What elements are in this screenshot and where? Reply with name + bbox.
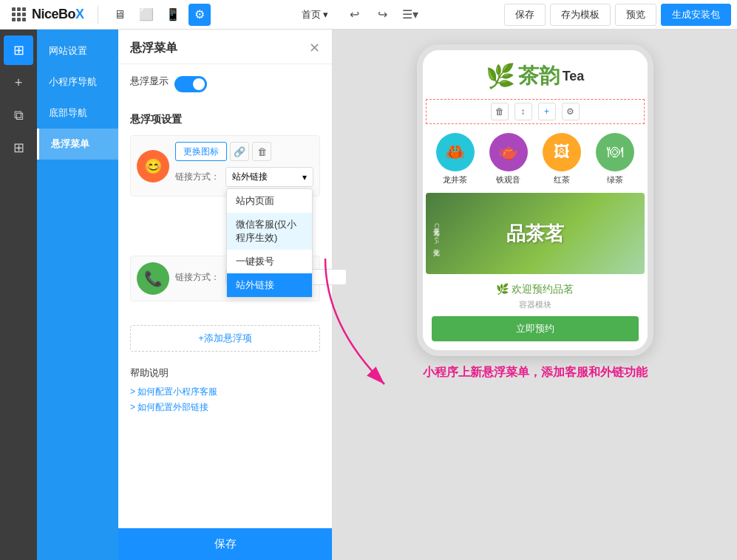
sidebar-grid-icon[interactable]: ⊞	[4, 133, 33, 163]
tea-welcome-subtitle: 容器模块	[432, 299, 639, 310]
float-icon-2: 📞	[137, 262, 169, 295]
float-icon-1: 😊	[137, 150, 169, 182]
help-section: 帮助说明 > 如何配置小程序客服 > 如何配置外部链接	[118, 358, 332, 426]
tea-app-header: 🌿 茶韵 Tea	[423, 50, 648, 98]
phone-edit-add-icon[interactable]: +	[538, 103, 556, 120]
phone-mockup: 🌿 茶韵 Tea 🗑 ↕ + ⚙ 🦀 龙井茶	[417, 44, 653, 356]
help-link-1[interactable]: > 如何配置小程序客服	[130, 386, 320, 398]
canvas-area: 🌿 茶韵 Tea 🗑 ↕ + ⚙ 🦀 龙井茶	[333, 30, 737, 560]
link-row-1: 链接方式： 站外链接 ▾ 站内页面 微信客服(仅小程序生效)	[175, 167, 313, 187]
save-btn[interactable]: 保存	[504, 4, 546, 26]
link-icon[interactable]: ⚙	[189, 4, 211, 26]
tea-name-cn: 茶韵	[518, 62, 560, 90]
tea-cat-hongcha[interactable]: 🖼 红茶	[543, 133, 581, 185]
float-item-1-content: 更换图标 🔗 🗑 链接方式： 站外链接 ▾ 站内页面	[175, 142, 313, 190]
tea-banner: 茶文化CHINA茶文化 品茶茗	[426, 193, 645, 274]
sidebar-item-mini-nav[interactable]: 小程序导航	[37, 66, 118, 98]
link-type-dropdown[interactable]: 站内页面 微信客服(仅小程序生效) 一键拨号 站外链接	[226, 188, 313, 298]
phone-inner: 🌿 茶韵 Tea 🗑 ↕ + ⚙ 🦀 龙井茶	[423, 50, 648, 350]
tea-cat-label-tieguanyin: 铁观音	[496, 174, 520, 185]
layout-icon[interactable]: ☰▾	[399, 4, 421, 26]
settings-panel: 悬浮菜单 ✕ 悬浮显示 悬浮项设置 😊 更换图标 🔗 🗑	[118, 30, 333, 560]
dropdown-item-onedial[interactable]: 一键拨号	[227, 250, 312, 273]
tea-cat-label-hongcha: 红茶	[554, 174, 570, 185]
tea-logo: 🌿 茶韵 Tea	[429, 62, 642, 90]
bottom-caption: 小程序上新悬浮菜单，添加客服和外链功能	[423, 365, 648, 380]
float-display-row: 悬浮显示	[130, 75, 320, 94]
dropdown-item-internal[interactable]: 站内页面	[227, 189, 312, 213]
update-icon-btn[interactable]: 更换图标	[175, 142, 227, 161]
phone-edit-move-icon[interactable]: ↕	[514, 103, 532, 120]
undo-icon[interactable]: ↩	[343, 4, 365, 26]
panel-header: 悬浮菜单 ✕	[118, 30, 332, 64]
tea-cat-icon-lvcha: 🍽	[596, 133, 634, 171]
tea-book-btn[interactable]: 立即预约	[432, 316, 639, 341]
float-item-1-toolbar: 更换图标 🔗 🗑	[175, 142, 313, 161]
tea-cat-label-longjing: 龙井茶	[443, 174, 467, 185]
tea-cat-icon-longjing: 🦀	[436, 133, 475, 171]
preview-btn[interactable]: 预览	[615, 4, 656, 26]
help-title: 帮助说明	[130, 366, 320, 380]
link-select-value: 站外链接	[232, 171, 268, 183]
link-select-1[interactable]: 站外链接 ▾ 站内页面 微信客服(仅小程序生效)	[225, 167, 313, 187]
left-sidebar: ⊞ + ⧉ ⊞	[0, 30, 37, 560]
sidebar-copy-icon[interactable]: ⧉	[4, 100, 33, 130]
delete-item-icon[interactable]: 🗑	[252, 142, 271, 161]
save-template-btn[interactable]: 存为模板	[550, 4, 611, 26]
toolbar-actions: 保存 存为模板 预览 生成安装包	[504, 4, 731, 26]
mobile-icon[interactable]: 📱	[162, 4, 184, 26]
top-toolbar: NiceBoX 🖥 ⬜ 📱 ⚙ 首页 ▾ ↩ ↪ ☰▾ 保存 存为模板 预览 生…	[0, 0, 737, 30]
logo-text: NiceBoX	[32, 7, 84, 22]
build-btn[interactable]: 生成安装包	[661, 4, 731, 26]
dropdown-arrow-icon: ▾	[302, 172, 307, 182]
phone-edit-toolbar: 🗑 ↕ + ⚙	[426, 99, 645, 124]
redo-icon[interactable]: ↪	[371, 4, 393, 26]
desktop-icon[interactable]: 🖥	[109, 4, 131, 26]
sidebar-pages-icon[interactable]: ⊞	[4, 35, 33, 65]
sidebar-item-site-settings[interactable]: 网站设置	[37, 35, 118, 66]
float-display-section: 悬浮显示	[118, 64, 332, 113]
dropdown-item-wechat[interactable]: 微信客服(仅小程序生效)	[227, 213, 312, 250]
toolbar-separator	[98, 6, 98, 24]
tea-name-en: Tea	[563, 69, 585, 84]
tea-welcome-logo: 🌿 欢迎预约品茗	[432, 283, 639, 296]
float-settings-section: 悬浮项设置 😊 更换图标 🔗 🗑 链接方式： 站外链接 ▾	[118, 113, 332, 319]
home-btn[interactable]: 首页 ▾	[293, 5, 337, 24]
help-link-2[interactable]: > 如何配置外部链接	[130, 401, 320, 414]
link-method-label-2: 链接方式：	[175, 271, 220, 284]
tea-banner-side-text: 茶文化CHINA茶文化	[433, 223, 441, 244]
panel-close-icon[interactable]: ✕	[309, 40, 320, 56]
panel-title: 悬浮菜单	[130, 41, 177, 56]
grid-icon	[12, 7, 26, 21]
dropdown-item-external[interactable]: 站外链接	[227, 273, 312, 297]
tea-welcome-section: 🌿 欢迎预约品茗 容器模块 立即预约	[423, 274, 648, 350]
float-item-1: 😊 更换图标 🔗 🗑 链接方式： 站外链接 ▾	[130, 135, 320, 197]
device-icons: 🖥 ⬜ 📱 ⚙	[109, 4, 211, 26]
link-item-icon[interactable]: 🔗	[230, 142, 249, 161]
float-display-toggle[interactable]	[174, 76, 207, 92]
main-layout: ⊞ + ⧉ ⊞ 网站设置 小程序导航 底部导航 悬浮菜单 悬浮菜单 ✕ 悬浮显示	[0, 30, 737, 560]
link-method-label: 链接方式：	[175, 171, 220, 183]
float-display-label: 悬浮显示	[130, 75, 169, 88]
tea-cat-tieguanyin[interactable]: 🫖 铁观音	[489, 133, 528, 185]
sidebar-item-float-menu[interactable]: 悬浮菜单	[37, 129, 118, 160]
phone-edit-settings-icon[interactable]: ⚙	[562, 103, 580, 120]
tea-banner-main-text: 品茶茗	[506, 221, 564, 247]
tea-categories: 🦀 龙井茶 🫖 铁观音 🖼 红茶 🍽 绿茶	[423, 126, 648, 193]
tea-cat-icon-tieguanyin: 🫖	[489, 133, 528, 171]
float-settings-title: 悬浮项设置	[130, 113, 320, 126]
annotation-arrow	[333, 251, 429, 414]
add-float-btn[interactable]: +添加悬浮项	[130, 325, 320, 352]
sidebar-add-icon[interactable]: +	[4, 68, 33, 98]
sidebar-item-bottom-nav[interactable]: 底部导航	[37, 98, 118, 129]
second-sidebar: 网站设置 小程序导航 底部导航 悬浮菜单	[37, 30, 118, 560]
panel-save-btn[interactable]: 保存	[118, 528, 332, 560]
tea-cat-longjing[interactable]: 🦀 龙井茶	[436, 133, 475, 185]
tea-cat-icon-hongcha: 🖼	[543, 133, 581, 171]
tea-cat-lvcha[interactable]: 🍽 绿茶	[596, 133, 634, 185]
tablet-icon[interactable]: ⬜	[135, 4, 157, 26]
app-logo: NiceBoX	[6, 7, 90, 22]
tea-leaf-icon: 🌿	[486, 62, 515, 90]
toolbar-middle: 首页 ▾ ↩ ↪ ☰▾	[214, 4, 501, 26]
phone-edit-delete-icon[interactable]: 🗑	[491, 103, 509, 120]
